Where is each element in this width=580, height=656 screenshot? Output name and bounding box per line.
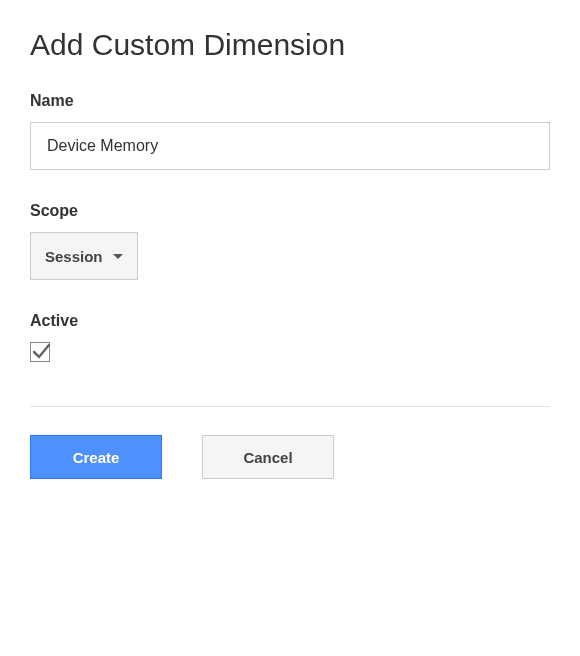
name-input[interactable] [30,122,550,170]
name-label: Name [30,92,550,110]
divider [30,406,550,407]
scope-selected-value: Session [45,248,103,265]
name-field-group: Name [30,92,550,170]
scope-dropdown[interactable]: Session [30,232,138,280]
active-checkbox[interactable] [30,342,50,362]
create-button[interactable]: Create [30,435,162,479]
chevron-down-icon [113,254,123,259]
scope-field-group: Scope Session [30,202,550,280]
cancel-button[interactable]: Cancel [202,435,334,479]
checkmark-icon [31,342,51,362]
scope-label: Scope [30,202,550,220]
button-row: Create Cancel [30,435,550,479]
active-label: Active [30,312,550,330]
active-field-group: Active [30,312,550,366]
page-title: Add Custom Dimension [30,28,550,62]
